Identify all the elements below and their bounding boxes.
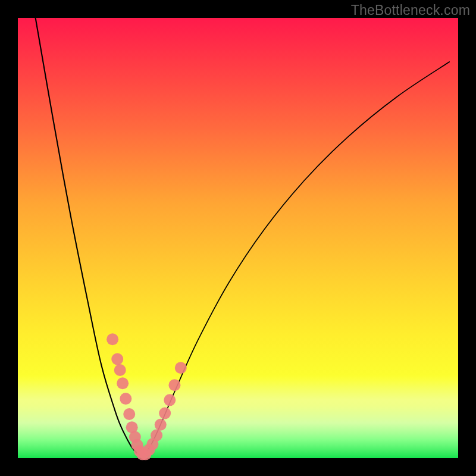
highlighted-point <box>151 430 162 441</box>
highlighted-point <box>168 379 180 391</box>
highlighted-point <box>159 408 171 419</box>
bottleneck-curve-right <box>141 62 449 456</box>
highlighted-points-group <box>107 333 187 460</box>
highlighted-point <box>111 353 123 365</box>
highlighted-point <box>175 362 187 374</box>
highlighted-point <box>123 408 135 420</box>
highlighted-point <box>117 377 129 389</box>
watermark-text: TheBottleneck.com <box>351 2 470 18</box>
highlighted-point <box>120 393 131 405</box>
highlighted-point <box>164 394 176 406</box>
chart-stage: TheBottleneck.com <box>0 0 476 476</box>
bottleneck-curve-left <box>36 18 142 456</box>
chart-overlay <box>18 18 458 458</box>
highlighted-point <box>114 364 126 376</box>
highlighted-point <box>107 333 118 345</box>
highlighted-point <box>155 419 167 431</box>
